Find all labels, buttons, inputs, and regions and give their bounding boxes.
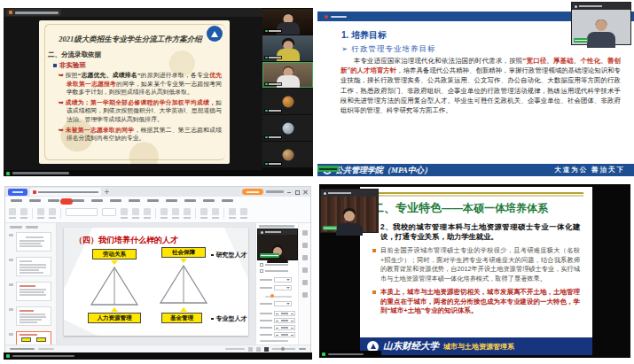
zoom-knob[interactable]: [281, 347, 285, 351]
replace-tool[interactable]: [240, 208, 247, 215]
normal-view-button[interactable]: [248, 347, 253, 352]
font-size-select[interactable]: [102, 208, 116, 216]
sorter-view-button[interactable]: [256, 347, 261, 352]
italic-tool[interactable]: [132, 208, 139, 215]
outline-slides-tabs[interactable]: [10, 226, 38, 228]
presenter-name-tab[interactable]: [6, 9, 61, 16]
participant-video-strip: [262, 8, 313, 170]
align-tool[interactable]: [160, 208, 168, 215]
transition-icon[interactable]: [302, 255, 308, 260]
value-stepper[interactable]: [274, 311, 295, 316]
menu-item[interactable]: [166, 199, 177, 202]
video-thumb-header: [572, 3, 630, 10]
record-button[interactable]: [60, 198, 73, 205]
maximize-button[interactable]: [294, 190, 300, 195]
speaker-video-thumbnail[interactable]: [321, 190, 378, 232]
meeting-window-bottomright: 二、专业特色——本硕一体培养体系 2、我校的城市管理本科与土地资源管理硕士专业一…: [319, 184, 630, 358]
slide-thumbnail-2[interactable]: [16, 257, 51, 276]
link-text-placeholder[interactable]: [260, 340, 288, 342]
menu-item[interactable]: [11, 199, 22, 202]
zoom-slider[interactable]: [272, 348, 295, 350]
para-black-1: 本专业适应国家治理现代化和依法治国的时代需求，按照: [354, 57, 523, 65]
slide-thumbnail-3[interactable]: [16, 282, 51, 301]
option-checkbox-row[interactable]: [260, 269, 288, 273]
shapes-tool[interactable]: [200, 208, 207, 215]
menu-item[interactable]: [129, 199, 140, 202]
underline-tool[interactable]: [144, 208, 151, 215]
participant-avatar: [282, 149, 294, 160]
margin-stepper-row: [260, 332, 295, 337]
option-checkbox-row[interactable]: [260, 263, 288, 267]
slider-knob[interactable]: [270, 294, 274, 298]
thumbnail-number: [9, 234, 13, 236]
slideshow-view-button[interactable]: [264, 347, 269, 352]
lead-label: 非实验班: [59, 61, 86, 70]
value-stepper[interactable]: [274, 325, 295, 330]
ribbon-tools-row: [9, 208, 247, 219]
animation-icon[interactable]: [302, 243, 308, 248]
slide-thumbnail-1[interactable]: [16, 232, 51, 252]
menu-item[interactable]: [110, 199, 121, 202]
menu-item[interactable]: [184, 199, 196, 202]
participant-video-4-camera-off[interactable]: [262, 89, 313, 114]
upgrade-button[interactable]: [242, 189, 263, 195]
checkbox[interactable]: [260, 269, 263, 273]
slider-track[interactable]: [265, 296, 292, 298]
paste-tool[interactable]: [9, 208, 16, 215]
menu-item[interactable]: [203, 199, 215, 202]
dropdown-select[interactable]: [274, 285, 292, 290]
slide-canvas-area[interactable]: （四）我们培养什么样的人才 劳动关系 人力资源管理 社会保障 基: [57, 223, 255, 345]
shared-slide: 二、专业特色——本硕一体培养体系 2、我校的城市管理本科与土地资源管理硕士专业一…: [360, 187, 592, 355]
fill-tool[interactable]: [212, 208, 219, 215]
share-status-text-placeholder: [12, 355, 74, 358]
ribbon-toolbar: [5, 197, 310, 223]
meeting-floating-video[interactable]: [258, 229, 297, 259]
dropdown-select[interactable]: [274, 301, 292, 306]
up-arrow-icon: [180, 307, 187, 312]
slide-subheading: ➢ 行政管理专业培养目标: [341, 44, 435, 55]
value-stepper[interactable]: [274, 318, 295, 323]
participant-video-5-camera-off[interactable]: [262, 115, 313, 141]
find-tool[interactable]: [229, 208, 236, 215]
menu-item[interactable]: [48, 199, 59, 202]
list-tool[interactable]: [172, 208, 179, 215]
participant-video-1[interactable]: [262, 9, 313, 35]
menu-item[interactable]: [91, 199, 103, 202]
menu-item[interactable]: [147, 199, 159, 202]
share-active-icon: [6, 172, 10, 175]
bullet-1: 2、我校的城市管理本科与土地资源管理硕士专业一体化建设，打通专业关系，助力学生就…: [372, 222, 580, 242]
cut-tool[interactable]: [20, 208, 27, 215]
properties-icon[interactable]: [302, 230, 308, 236]
document-tab[interactable]: [30, 188, 101, 196]
new-slide-tool[interactable]: [37, 208, 44, 215]
participant-video-3-active-speaker[interactable]: [262, 62, 313, 88]
indent-tool[interactable]: [184, 208, 191, 215]
meeting-window-topleft: 2021级大类招生专业学生分流工作方案介绍 二、分流录取依据 非实验班 ➥ 按照…: [4, 8, 313, 176]
notes-toggle-placeholder[interactable]: [225, 348, 245, 351]
minimize-button[interactable]: [286, 190, 292, 195]
menu-item[interactable]: [222, 199, 233, 202]
bold-tool[interactable]: [121, 208, 128, 215]
speaker-video-thumbnail[interactable]: [572, 3, 630, 44]
participant-video-6-camera-off[interactable]: [262, 142, 313, 167]
home-button[interactable]: [8, 189, 27, 196]
chevron-down-icon: [286, 303, 290, 305]
side-icon-strip: [298, 223, 310, 345]
value-stepper[interactable]: [274, 332, 295, 337]
new-tab-button[interactable]: [104, 189, 110, 195]
editing-slide[interactable]: （四）我们培养什么样的人才 劳动关系 人力资源管理 社会保障 基: [64, 228, 248, 336]
help-icon[interactable]: [302, 292, 308, 298]
participant-nametag: [264, 56, 282, 59]
selection-icon[interactable]: [302, 280, 308, 285]
checkbox[interactable]: [260, 263, 263, 267]
participant-nametag: [264, 29, 282, 33]
margin-stepper-row: [260, 311, 295, 316]
layout-tool[interactable]: [49, 208, 56, 215]
comment-icon[interactable]: [302, 267, 308, 273]
participant-video-2[interactable]: [262, 35, 313, 61]
menu-item[interactable]: [29, 199, 41, 202]
slide-thumbnail-4[interactable]: [16, 306, 51, 326]
dropdown-select[interactable]: [274, 277, 292, 283]
font-select[interactable]: [66, 208, 98, 216]
close-button[interactable]: [302, 190, 308, 195]
